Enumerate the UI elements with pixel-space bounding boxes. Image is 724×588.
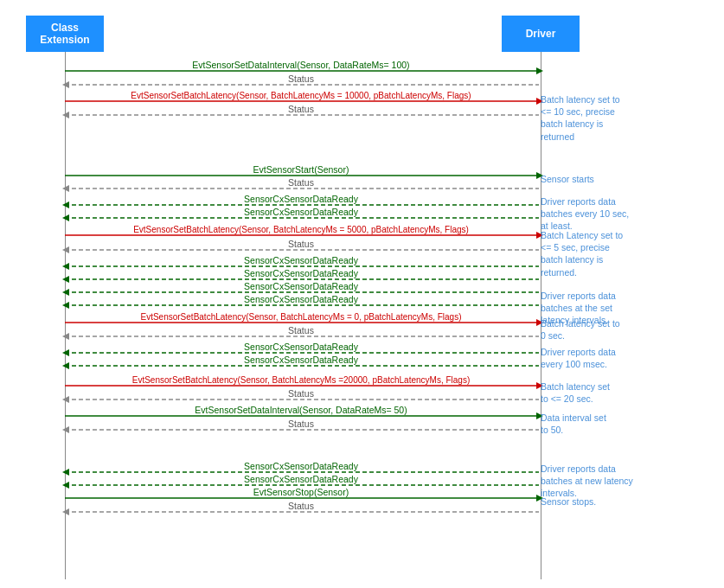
svg-marker-46 xyxy=(62,333,69,340)
svg-marker-4 xyxy=(62,81,69,88)
svg-marker-70 xyxy=(62,482,69,489)
svg-text:SensorCxSensorDataReady: SensorCxSensorDataReady xyxy=(244,461,359,471)
svg-text:EvtSensorSetDataInterval(Senso: EvtSensorSetDataInterval(Sensor, DataRat… xyxy=(195,405,407,415)
svg-text:EvtSensorSetDataInterval(Senso: EvtSensorSetDataInterval(Sensor, DataRat… xyxy=(192,60,409,70)
svg-text:EvtSensorStop(Sensor): EvtSensorStop(Sensor) xyxy=(253,487,349,497)
svg-marker-22 xyxy=(62,214,69,221)
annotation-1: Batch latency set to <= 10 sec, precise … xyxy=(541,93,714,143)
svg-text:SensorCxSensorDataReady: SensorCxSensorDataReady xyxy=(244,281,359,291)
annotation-2: Sensor starts xyxy=(541,173,714,185)
svg-text:EvtSensorSetBatchLatency(Senso: EvtSensorSetBatchLatency(Sensor, BatchLa… xyxy=(131,91,471,100)
svg-marker-34 xyxy=(62,276,69,283)
svg-text:EvtSensorSetBatchLatency(Senso: EvtSensorSetBatchLatency(Sensor, BatchLa… xyxy=(132,375,471,385)
svg-marker-76 xyxy=(62,508,69,515)
annotation-7: Driver reports data every 100 msec. xyxy=(541,346,714,370)
svg-text:SensorCxSensorDataReady: SensorCxSensorDataReady xyxy=(244,255,359,265)
svg-marker-67 xyxy=(62,469,69,476)
svg-marker-10 xyxy=(62,112,69,118)
svg-text:SensorCxSensorDataReady: SensorCxSensorDataReady xyxy=(244,294,359,304)
annotation-11: Sensor stops. xyxy=(541,495,714,508)
svg-text:Status: Status xyxy=(288,104,314,114)
svg-text:SensorCxSensorDataReady: SensorCxSensorDataReady xyxy=(244,194,359,204)
annotation-8: Batch latency set to <= 20 sec. xyxy=(541,380,714,405)
svg-marker-31 xyxy=(62,263,69,270)
svg-text:SensorCxSensorDataReady: SensorCxSensorDataReady xyxy=(244,474,359,484)
annotation-10: Driver reports data batches at new laten… xyxy=(541,463,714,500)
svg-text:SensorCxSensorDataReady: SensorCxSensorDataReady xyxy=(244,355,359,365)
annotation-6: Batch latency set to 0 sec. xyxy=(541,317,714,342)
svg-marker-19 xyxy=(62,201,69,208)
svg-text:Status: Status xyxy=(288,239,314,249)
svg-marker-37 xyxy=(62,289,69,296)
svg-marker-58 xyxy=(62,396,69,403)
svg-text:SensorCxSensorDataReady: SensorCxSensorDataReady xyxy=(244,342,359,352)
svg-text:Status: Status xyxy=(288,419,314,429)
annotation-9: Data interval set to 50. xyxy=(541,412,714,436)
svg-text:Status: Status xyxy=(288,325,314,336)
svg-text:Status: Status xyxy=(288,74,314,84)
svg-marker-16 xyxy=(62,185,69,192)
sequence-diagram: Class Extension Driver EvtSensorSetDataI… xyxy=(0,0,724,588)
svg-marker-49 xyxy=(62,349,69,356)
svg-text:Status: Status xyxy=(288,501,314,511)
svg-text:SensorCxSensorDataReady: SensorCxSensorDataReady xyxy=(244,268,359,278)
svg-marker-28 xyxy=(62,246,69,253)
annotation-4: Batch Latency set to <= 5 sec, precise b… xyxy=(541,229,714,278)
svg-text:Status: Status xyxy=(288,177,314,188)
svg-marker-52 xyxy=(62,362,69,369)
svg-text:EvtSensorSetBatchLatency(Senso: EvtSensorSetBatchLatency(Sensor, BatchLa… xyxy=(140,312,461,322)
svg-text:SensorCxSensorDataReady: SensorCxSensorDataReady xyxy=(244,207,359,217)
svg-text:Status: Status xyxy=(288,388,314,399)
svg-text:EvtSensorStart(Sensor): EvtSensorStart(Sensor) xyxy=(253,164,349,175)
svg-text:EvtSensorSetBatchLatency(Senso: EvtSensorSetBatchLatency(Sensor, BatchLa… xyxy=(133,225,469,234)
svg-marker-40 xyxy=(62,302,69,309)
annotation-3: Driver reports data batches every 10 sec… xyxy=(541,195,714,233)
svg-marker-64 xyxy=(62,426,69,433)
svg-marker-1 xyxy=(536,67,543,74)
